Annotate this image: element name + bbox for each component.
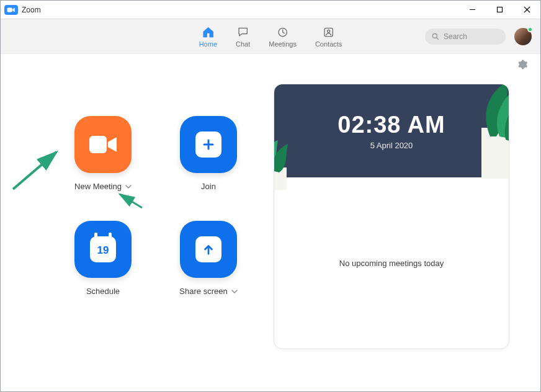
share-screen-button[interactable] bbox=[180, 221, 237, 278]
action-label: Schedule bbox=[86, 287, 120, 296]
tab-meetings[interactable]: Meetings bbox=[269, 25, 297, 48]
plus-icon bbox=[195, 131, 221, 158]
join-label-row: Join bbox=[201, 182, 216, 191]
join-button[interactable] bbox=[180, 116, 237, 173]
svg-rect-0 bbox=[7, 7, 12, 12]
nav-tabs: Home Chat Meetings Contacts bbox=[199, 25, 342, 48]
schedule-label-row: Schedule bbox=[86, 287, 120, 296]
home-icon bbox=[201, 25, 215, 39]
tab-label: Meetings bbox=[269, 40, 297, 48]
main-area: New Meeting Join 19 bbox=[1, 54, 540, 391]
close-button[interactable] bbox=[513, 1, 540, 19]
svg-point-8 bbox=[432, 33, 437, 38]
window-titlebar: Zoom bbox=[1, 1, 540, 19]
minimize-button[interactable] bbox=[458, 1, 486, 19]
svg-rect-2 bbox=[497, 7, 502, 12]
schedule-action: 19 Schedule bbox=[50, 221, 156, 296]
svg-line-9 bbox=[437, 37, 439, 39]
search-icon bbox=[431, 32, 440, 41]
search-placeholder: Search bbox=[444, 32, 467, 41]
avatar[interactable] bbox=[514, 28, 532, 45]
svg-point-7 bbox=[328, 30, 330, 32]
presence-online-icon bbox=[527, 27, 533, 32]
empty-state-text: No upcoming meetings today bbox=[339, 259, 444, 268]
new-meeting-button[interactable] bbox=[74, 116, 132, 173]
current-date: 5 April 2020 bbox=[370, 141, 413, 150]
contacts-icon bbox=[322, 25, 336, 39]
info-card: 02:38 AM 5 April 2020 No upcoming meetin… bbox=[274, 84, 509, 349]
titlebar-left: Zoom bbox=[1, 5, 41, 15]
video-icon bbox=[88, 135, 118, 154]
current-time: 02:38 AM bbox=[338, 112, 445, 138]
chevron-down-icon[interactable] bbox=[231, 288, 238, 295]
tab-contacts[interactable]: Contacts bbox=[315, 25, 342, 48]
plant-decoration-icon bbox=[447, 84, 509, 180]
action-label: Share screen bbox=[179, 287, 227, 296]
new-meeting-label-row: New Meeting bbox=[74, 182, 132, 191]
top-nav: Home Chat Meetings Contacts Search bbox=[1, 19, 540, 54]
tab-chat[interactable]: Chat bbox=[236, 25, 250, 48]
share-screen-action: Share screen bbox=[156, 221, 261, 296]
calendar-day: 19 bbox=[97, 244, 109, 257]
window-title: Zoom bbox=[22, 6, 41, 14]
join-action: Join bbox=[156, 116, 261, 191]
action-grid: New Meeting Join 19 bbox=[50, 116, 261, 296]
maximize-button[interactable] bbox=[486, 1, 513, 19]
window-controls bbox=[458, 1, 540, 19]
search-input[interactable]: Search bbox=[425, 29, 506, 45]
clock-icon bbox=[276, 25, 290, 39]
tab-label: Chat bbox=[236, 40, 250, 48]
action-label: Join bbox=[201, 182, 216, 191]
card-body: No upcoming meetings today bbox=[274, 177, 509, 349]
new-meeting-action: New Meeting bbox=[50, 116, 156, 191]
tab-label: Contacts bbox=[315, 40, 342, 48]
card-hero: 02:38 AM 5 April 2020 bbox=[274, 84, 509, 177]
svg-rect-10 bbox=[89, 136, 107, 153]
tab-home[interactable]: Home bbox=[199, 25, 217, 48]
plant-decoration-icon bbox=[274, 140, 313, 190]
schedule-button[interactable]: 19 bbox=[74, 221, 132, 278]
nav-right: Search bbox=[425, 28, 540, 45]
action-label: New Meeting bbox=[74, 182, 122, 191]
share-screen-label-row: Share screen bbox=[179, 287, 237, 296]
calendar-icon: 19 bbox=[90, 236, 116, 262]
tab-label: Home bbox=[199, 40, 217, 48]
zoom-app-icon bbox=[4, 5, 18, 15]
chat-icon bbox=[236, 25, 250, 39]
chevron-down-icon[interactable] bbox=[125, 184, 132, 190]
arrow-up-icon bbox=[195, 236, 221, 262]
